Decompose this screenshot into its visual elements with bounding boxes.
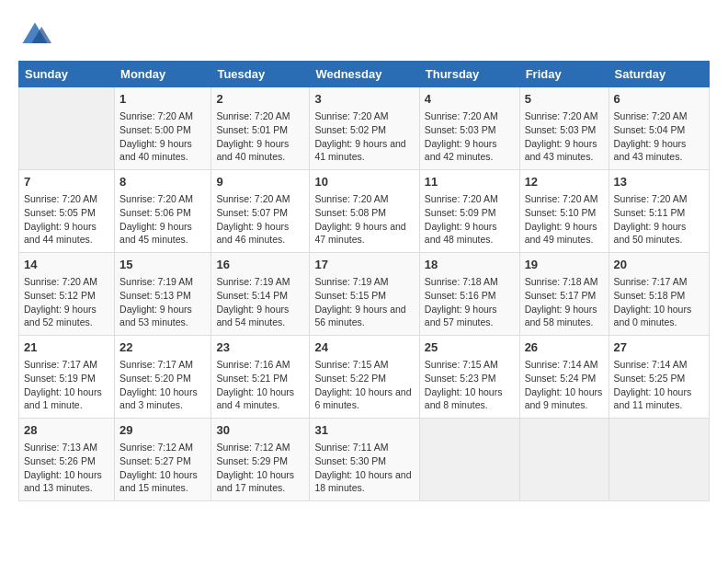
sunrise: Sunrise: 7:20 AM (525, 110, 598, 121)
calendar-cell: 15Sunrise: 7:19 AMSunset: 5:13 PMDayligh… (115, 253, 211, 336)
calendar-cell: 22Sunrise: 7:17 AMSunset: 5:20 PMDayligh… (115, 336, 211, 419)
sunrise: Sunrise: 7:12 AM (216, 442, 290, 453)
calendar-body: 1Sunrise: 7:20 AMSunset: 5:00 PMDaylight… (19, 87, 710, 501)
day-number: 21 (24, 339, 109, 356)
daylight: Daylight: 9 hours and 45 minutes. (119, 221, 192, 246)
calendar-cell: 11Sunrise: 7:20 AMSunset: 5:09 PMDayligh… (419, 170, 519, 253)
calendar-cell: 31Sunrise: 7:11 AMSunset: 5:30 PMDayligh… (310, 419, 419, 501)
calendar-cell: 21Sunrise: 7:17 AMSunset: 5:19 PMDayligh… (19, 336, 115, 419)
calendar-table: SundayMondayTuesdayWednesdayThursdayFrid… (18, 61, 710, 501)
day-number: 24 (314, 339, 414, 356)
sunrise: Sunrise: 7:20 AM (525, 193, 598, 204)
sunset: Sunset: 5:17 PM (525, 290, 597, 301)
logo (18, 18, 55, 52)
day-number: 6 (614, 91, 704, 108)
daylight: Daylight: 10 hours and 15 minutes. (119, 469, 198, 494)
day-number: 15 (119, 257, 206, 273)
calendar-cell: 27Sunrise: 7:14 AMSunset: 5:25 PMDayligh… (609, 336, 709, 419)
calendar-cell: 29Sunrise: 7:12 AMSunset: 5:27 PMDayligh… (115, 419, 211, 501)
daylight: Daylight: 9 hours and 53 minutes. (119, 304, 192, 328)
day-number: 31 (314, 422, 414, 439)
sunset: Sunset: 5:00 PM (119, 124, 191, 135)
calendar-cell: 28Sunrise: 7:13 AMSunset: 5:26 PMDayligh… (19, 419, 115, 501)
calendar-cell: 26Sunrise: 7:14 AMSunset: 5:24 PMDayligh… (519, 336, 609, 419)
sunrise: Sunrise: 7:19 AM (314, 276, 388, 287)
week-row-3: 14Sunrise: 7:20 AMSunset: 5:12 PMDayligh… (19, 253, 710, 336)
calendar-cell: 1Sunrise: 7:20 AMSunset: 5:00 PMDaylight… (115, 87, 211, 170)
sunrise: Sunrise: 7:20 AM (119, 110, 193, 121)
sunset: Sunset: 5:26 PM (24, 455, 96, 466)
sunset: Sunset: 5:14 PM (216, 290, 288, 301)
day-number: 14 (24, 257, 109, 273)
sunrise: Sunrise: 7:13 AM (24, 442, 97, 453)
sunset: Sunset: 5:22 PM (314, 373, 386, 384)
sunrise: Sunrise: 7:20 AM (314, 110, 388, 121)
calendar-cell (609, 419, 709, 501)
col-header-sunday: Sunday (19, 62, 115, 87)
daylight: Daylight: 9 hours and 42 minutes. (425, 138, 497, 163)
daylight: Daylight: 10 hours and 9 minutes. (525, 386, 603, 411)
sunset: Sunset: 5:06 PM (119, 207, 191, 218)
calendar-cell: 7Sunrise: 7:20 AMSunset: 5:05 PMDaylight… (19, 170, 115, 253)
calendar-cell: 9Sunrise: 7:20 AMSunset: 5:07 PMDaylight… (211, 170, 310, 253)
sunrise: Sunrise: 7:17 AM (614, 276, 688, 287)
sunset: Sunset: 5:09 PM (425, 207, 496, 218)
day-number: 22 (119, 339, 206, 356)
day-number: 8 (119, 174, 206, 190)
sunset: Sunset: 5:07 PM (216, 207, 288, 218)
daylight: Daylight: 10 hours and 17 minutes. (216, 469, 294, 494)
day-number: 28 (24, 422, 109, 439)
calendar-cell: 16Sunrise: 7:19 AMSunset: 5:14 PMDayligh… (211, 253, 310, 336)
calendar-cell: 2Sunrise: 7:20 AMSunset: 5:01 PMDaylight… (211, 87, 310, 170)
sunset: Sunset: 5:12 PM (24, 290, 96, 301)
daylight: Daylight: 9 hours and 47 minutes. (314, 221, 405, 246)
sunrise: Sunrise: 7:19 AM (216, 276, 290, 287)
calendar-cell (19, 87, 115, 170)
sunrise: Sunrise: 7:16 AM (216, 359, 290, 370)
daylight: Daylight: 9 hours and 46 minutes. (216, 221, 289, 246)
sunrise: Sunrise: 7:20 AM (216, 193, 290, 204)
calendar-cell: 23Sunrise: 7:16 AMSunset: 5:21 PMDayligh… (211, 336, 310, 419)
daylight: Daylight: 10 hours and 4 minutes. (216, 386, 294, 411)
sunrise: Sunrise: 7:12 AM (119, 442, 193, 453)
sunrise: Sunrise: 7:20 AM (24, 193, 97, 204)
calendar-cell: 10Sunrise: 7:20 AMSunset: 5:08 PMDayligh… (310, 170, 419, 253)
sunrise: Sunrise: 7:20 AM (314, 193, 388, 204)
logo-icon (18, 18, 51, 52)
day-number: 10 (314, 174, 414, 190)
sunset: Sunset: 5:02 PM (314, 124, 386, 135)
sunset: Sunset: 5:27 PM (119, 455, 191, 466)
daylight: Daylight: 10 hours and 3 minutes. (119, 386, 198, 411)
day-number: 9 (216, 174, 304, 190)
header-row: SundayMondayTuesdayWednesdayThursdayFrid… (19, 62, 710, 87)
sunset: Sunset: 5:03 PM (425, 124, 496, 135)
day-number: 12 (525, 174, 604, 190)
day-number: 23 (216, 339, 304, 356)
daylight: Daylight: 9 hours and 43 minutes. (614, 138, 687, 163)
col-header-tuesday: Tuesday (211, 62, 310, 87)
sunrise: Sunrise: 7:20 AM (425, 193, 498, 204)
sunrise: Sunrise: 7:20 AM (614, 110, 688, 121)
daylight: Daylight: 9 hours and 50 minutes. (614, 221, 687, 246)
day-number: 7 (24, 174, 109, 190)
sunrise: Sunrise: 7:15 AM (314, 359, 388, 370)
day-number: 19 (525, 257, 604, 273)
sunset: Sunset: 5:25 PM (614, 373, 686, 384)
week-row-1: 1Sunrise: 7:20 AMSunset: 5:00 PMDaylight… (19, 87, 710, 170)
sunrise: Sunrise: 7:20 AM (425, 110, 498, 121)
day-number: 30 (216, 422, 304, 439)
sunrise: Sunrise: 7:20 AM (614, 193, 688, 204)
daylight: Daylight: 9 hours and 44 minutes. (24, 221, 97, 246)
sunset: Sunset: 5:20 PM (119, 373, 191, 384)
week-row-5: 28Sunrise: 7:13 AMSunset: 5:26 PMDayligh… (19, 419, 710, 501)
day-number: 18 (425, 257, 515, 273)
sunrise: Sunrise: 7:14 AM (525, 359, 598, 370)
day-number: 27 (614, 339, 704, 356)
week-row-4: 21Sunrise: 7:17 AMSunset: 5:19 PMDayligh… (19, 336, 710, 419)
daylight: Daylight: 9 hours and 40 minutes. (119, 138, 192, 163)
day-number: 4 (425, 91, 515, 108)
daylight: Daylight: 9 hours and 48 minutes. (425, 221, 497, 246)
sunrise: Sunrise: 7:20 AM (24, 276, 97, 287)
sunrise: Sunrise: 7:18 AM (525, 276, 598, 287)
daylight: Daylight: 9 hours and 41 minutes. (314, 138, 405, 163)
